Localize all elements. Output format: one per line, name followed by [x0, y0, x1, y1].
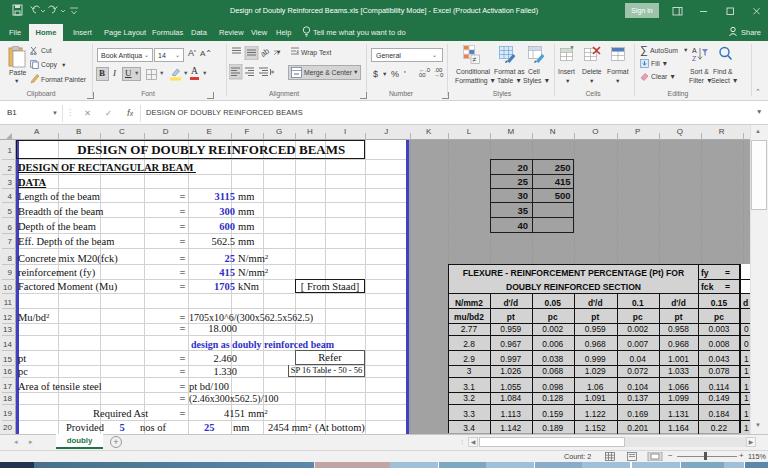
- svg-text:Z: Z: [692, 55, 697, 62]
- svg-text:A: A: [692, 47, 697, 54]
- svg-text:ab: ab: [261, 46, 272, 59]
- svg-text:≠: ≠: [473, 56, 477, 63]
